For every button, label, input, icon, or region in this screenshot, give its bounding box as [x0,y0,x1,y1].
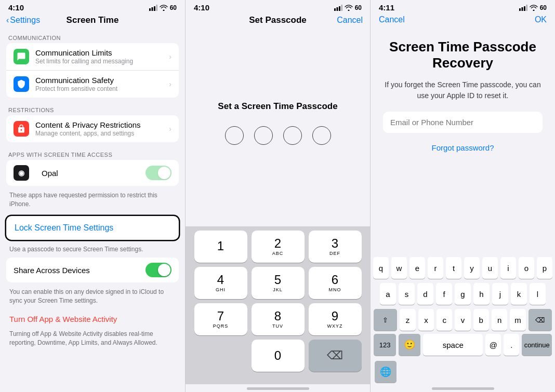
key-c[interactable]: c [437,309,452,331]
key-g[interactable]: g [455,283,471,305]
key-4[interactable]: 4 GHI [194,267,247,299]
passcode-dot-2 [254,126,273,145]
globe-key[interactable]: 🌐 [375,361,397,383]
key-m[interactable]: m [510,309,525,331]
space-key[interactable]: space [423,334,483,356]
key-j[interactable]: j [492,283,508,305]
signal-icon-3 [519,5,527,11]
key-5[interactable]: 5 JKL [252,267,305,299]
opal-toggle[interactable] [146,166,171,180]
key-k[interactable]: k [511,283,527,305]
lock-note: Use a passcode to secure Screen Time set… [0,243,185,258]
opal-icon: ◉ [14,165,29,181]
recovery-desc: If you forget the Screen Time passcode, … [383,79,543,101]
key-s[interactable]: s [399,283,415,305]
key-h[interactable]: h [473,283,490,305]
set-passcode-panel: 4:10 60 Set Passcode Cancel Set a Screen… [185,0,370,392]
numpad-row-2: 4 GHI 5 JKL 6 MNO [190,267,366,299]
key-8[interactable]: 8 TUV [252,303,305,335]
turn-off-action[interactable]: Turn Off App & Website Activity [0,309,185,329]
key-d[interactable]: d [417,283,433,305]
comm-limits-icon [14,49,29,64]
key-6[interactable]: 6 MNO [309,267,362,299]
share-group: Share Across Devices [6,258,179,282]
key-3-num: 3 [332,237,338,250]
key-y[interactable]: y [464,257,480,279]
status-icons-2: 60 [334,4,362,11]
ok-button[interactable]: OK [535,15,547,24]
key-e[interactable]: e [409,257,425,279]
key-2[interactable]: 2 ABC [252,231,305,263]
key-t[interactable]: t [446,257,461,279]
screen-time-panel: 4:10 60 ‹ Settings Screen Time CO [0,0,185,392]
key-q[interactable]: q [373,257,389,279]
key-x[interactable]: x [418,309,434,331]
opal-title: Opal [42,169,58,178]
content-privacy-item[interactable]: Content & Privacy Restrictions Manage co… [6,115,179,142]
key-backspace[interactable]: ⌫ [309,340,362,372]
shift-key[interactable]: ⇧ [374,309,397,331]
communication-group: Communication Limits Set limits for call… [6,43,179,98]
continue-key[interactable]: continue [522,334,552,356]
comm-safety-icon [14,76,29,92]
nav-bar-3: Cancel OK [371,13,555,29]
key-n[interactable]: n [492,309,507,331]
status-icons-1: 60 [149,4,177,11]
key-1[interactable]: 1 [194,231,247,263]
lock-screen-time-item[interactable]: Lock Screen Time Settings [6,216,179,240]
comm-safety-item[interactable]: Communication Safety Protect from sensit… [6,71,179,98]
key-9[interactable]: 9 WXYZ [309,303,362,335]
period-key[interactable]: . [504,334,519,356]
nav-bar-1: ‹ Settings Screen Time [0,13,185,29]
status-bar-2: 4:10 60 [186,0,370,13]
key-f[interactable]: f [436,283,452,305]
key-w[interactable]: w [391,257,407,279]
wifi-icon-2 [345,5,353,11]
comm-safety-title: Communication Safety [35,76,166,85]
key-7-letters: PQRS [213,323,229,329]
key-o[interactable]: o [519,257,534,279]
key-v[interactable]: v [455,309,470,331]
content-privacy-text: Content & Privacy Restrictions Manage co… [35,120,166,137]
key-4-num: 4 [217,274,224,286]
opal-item[interactable]: ◉ Opal [6,160,179,186]
key-7[interactable]: 7 PQRS [194,303,247,335]
key-3-letters: DEF [329,251,340,256]
key-7-num: 7 [217,310,224,322]
battery-icon-3: 60 [540,4,547,11]
key-u[interactable]: u [482,257,498,279]
key-p[interactable]: p [537,257,552,279]
key-a[interactable]: a [380,283,396,305]
back-button[interactable]: ‹ Settings [6,16,40,25]
key-0[interactable]: 0 [252,340,305,372]
at-key[interactable]: @ [485,334,501,356]
forgot-password-link[interactable]: Forgot password? [431,143,494,152]
keyboard-row-1: q w e r t y u i o p [371,254,555,280]
key-l[interactable]: l [530,283,546,305]
back-label[interactable]: Settings [10,16,40,25]
comm-limits-item[interactable]: Communication Limits Set limits for call… [6,43,179,71]
cancel-button-2[interactable]: Cancel [337,16,363,25]
key-0-num: 0 [274,349,281,362]
section-apps: APPS WITH SCREEN TIME ACCESS [0,145,185,160]
wifi-icon [160,5,168,11]
key-8-letters: TUV [272,323,283,329]
key-3[interactable]: 3 DEF [309,231,362,263]
numbers-key[interactable]: 123 [374,334,396,356]
key-b[interactable]: b [473,309,489,331]
section-restrictions: RESTRICTIONS [0,101,185,115]
cancel-button-3[interactable]: Cancel [379,15,405,24]
status-icons-3: 60 [519,4,547,11]
key-i[interactable]: i [500,257,516,279]
key-r[interactable]: r [428,257,443,279]
kb-backspace-key[interactable]: ⌫ [528,309,552,331]
key-5-num: 5 [274,274,281,286]
share-toggle[interactable] [146,263,171,277]
turn-off-note: Turning off App & Website Activity disab… [0,329,185,350]
share-devices-item[interactable]: Share Across Devices [6,258,179,282]
email-input[interactable] [383,112,543,133]
key-z[interactable]: z [400,309,415,331]
passcode-dot-1 [225,126,244,145]
content-privacy-icon [14,121,29,137]
emoji-key[interactable]: 🙂 [399,334,420,356]
